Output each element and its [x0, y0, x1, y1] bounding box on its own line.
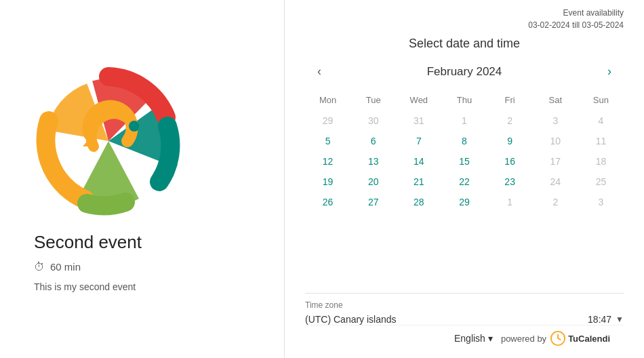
- duration-text: 60 min: [50, 261, 81, 273]
- event-title: Second event: [34, 232, 142, 253]
- calendar-day[interactable]: 7: [396, 131, 441, 151]
- right-panel: Event availability 03-02-2024 till 03-05…: [285, 0, 644, 358]
- calendar-grid: MonTueWedThuFriSatSun 293031123456789101…: [305, 92, 624, 212]
- weekday-header: Fri: [487, 92, 533, 108]
- calendar-day[interactable]: 26: [305, 192, 350, 212]
- calendar-day[interactable]: 20: [350, 172, 396, 192]
- calendar-day[interactable]: 29: [441, 192, 487, 212]
- calendar-day[interactable]: 9: [487, 131, 533, 151]
- weekday-header: Sun: [578, 92, 624, 108]
- prev-month-button[interactable]: ‹: [312, 62, 327, 81]
- availability-dates: 03-02-2024 till 03-05-2024: [305, 19, 624, 31]
- select-datetime-title: Select date and time: [305, 37, 624, 51]
- calendar-section: Select date and time ‹ February 2024 › M…: [305, 37, 624, 283]
- calendar-body: 2930311234567891011121314151617181920212…: [305, 111, 624, 212]
- calendar-day: 31: [396, 111, 441, 131]
- calendar-day[interactable]: 6: [350, 131, 396, 151]
- weekday-header: Thu: [441, 92, 487, 108]
- month-year: February 2024: [427, 65, 502, 79]
- event-duration: ⏱ 60 min: [34, 261, 81, 273]
- calendar-day: 3: [578, 192, 624, 212]
- calendar-day[interactable]: 15: [441, 151, 487, 172]
- left-panel: Second event ⏱ 60 min This is my second …: [0, 0, 285, 358]
- svg-point-2: [129, 121, 140, 132]
- powered-by: powered by TuCalendi: [501, 331, 610, 346]
- calendar-day: 10: [533, 131, 578, 151]
- calendar-day: 2: [487, 111, 533, 131]
- timezone-label: Time zone: [305, 300, 624, 310]
- weekday-header: Wed: [396, 92, 441, 108]
- calendar-day[interactable]: 16: [487, 151, 533, 172]
- clock-icon: ⏱: [34, 261, 45, 273]
- calendar-day: 3: [533, 111, 578, 131]
- calendar-day[interactable]: 21: [396, 172, 441, 192]
- calendar-day: 18: [578, 151, 624, 172]
- calendar-row: 2930311234: [305, 111, 624, 131]
- calendar-day[interactable]: 23: [487, 172, 533, 192]
- event-description: This is my second event: [34, 281, 136, 292]
- brand-logo: [34, 66, 183, 216]
- calendar-day[interactable]: 27: [350, 192, 396, 212]
- availability-info: Event availability 03-02-2024 till 03-05…: [305, 7, 624, 31]
- timezone-row: (UTC) Canary islands 18:47 ▼: [305, 314, 624, 325]
- calendar-day: 25: [578, 172, 624, 192]
- calendar-day: 2: [533, 192, 578, 212]
- timezone-name: (UTC) Canary islands: [305, 314, 397, 325]
- calendar-day[interactable]: 12: [305, 151, 350, 172]
- next-month-button[interactable]: ›: [602, 62, 617, 81]
- calendar-nav: ‹ February 2024 ›: [305, 62, 624, 81]
- tucalendi-brand: TuCalendi: [550, 331, 610, 346]
- weekday-header: Mon: [305, 92, 350, 108]
- calendar-day: 30: [350, 111, 396, 131]
- calendar-header: MonTueWedThuFriSatSun: [305, 92, 624, 108]
- timezone-section: Time zone (UTC) Canary islands 18:47 ▼: [305, 293, 624, 325]
- calendar-row: 12131415161718: [305, 151, 624, 172]
- calendar-day[interactable]: 8: [441, 131, 487, 151]
- language-selector[interactable]: English ▾: [454, 333, 493, 344]
- timezone-time-selector[interactable]: 18:47 ▼: [588, 314, 624, 325]
- calendar-day: 11: [578, 131, 624, 151]
- weekday-header: Sat: [533, 92, 578, 108]
- calendar-row: 567891011: [305, 131, 624, 151]
- calendar-row: 26272829123: [305, 192, 624, 212]
- language-dropdown-arrow: ▾: [488, 333, 493, 344]
- calendar-day: 4: [578, 111, 624, 131]
- timezone-dropdown-arrow: ▼: [616, 315, 624, 324]
- brand-name: TuCalendi: [568, 334, 610, 344]
- calendar-day: 1: [487, 192, 533, 212]
- footer: English ▾ powered by TuCalendi: [305, 325, 624, 351]
- calendar-day: 24: [533, 172, 578, 192]
- calendar-row: 19202122232425: [305, 172, 624, 192]
- powered-by-label: powered by: [501, 334, 546, 344]
- weekday-header: Tue: [350, 92, 396, 108]
- calendar-day[interactable]: 28: [396, 192, 441, 212]
- calendar-day[interactable]: 5: [305, 131, 350, 151]
- calendar-day[interactable]: 19: [305, 172, 350, 192]
- language-label: English: [454, 333, 485, 344]
- timezone-time-value: 18:47: [588, 314, 611, 325]
- calendar-day[interactable]: 13: [350, 151, 396, 172]
- availability-label: Event availability: [305, 7, 624, 19]
- calendar-day: 29: [305, 111, 350, 131]
- calendar-day[interactable]: 14: [396, 151, 441, 172]
- tucalendi-icon: [550, 331, 565, 346]
- calendar-day: 1: [441, 111, 487, 131]
- calendar-day: 17: [533, 151, 578, 172]
- calendar-day[interactable]: 22: [441, 172, 487, 192]
